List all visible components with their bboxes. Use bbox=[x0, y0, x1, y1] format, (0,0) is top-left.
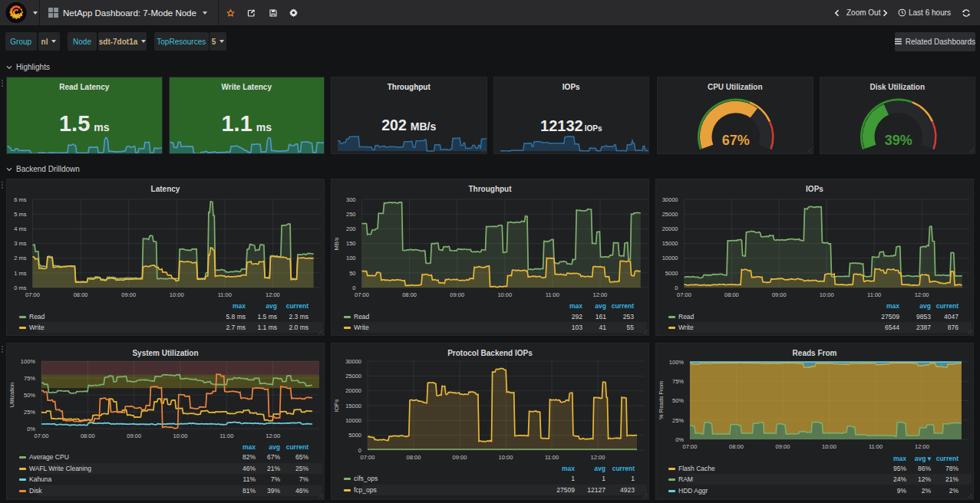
svg-text:39%: 39% bbox=[884, 133, 912, 148]
svg-text:67%: 67% bbox=[722, 133, 750, 148]
